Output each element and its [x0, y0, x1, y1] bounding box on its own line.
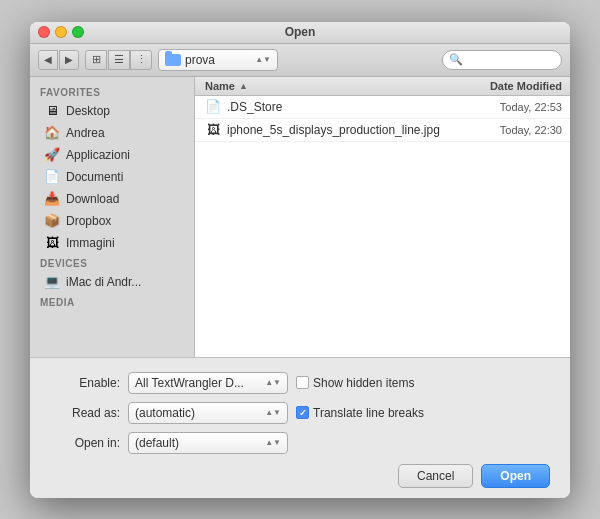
minimize-button[interactable]: [55, 26, 67, 38]
read-as-row: Read as: (automatic) ▲▼ Translate line b…: [50, 402, 550, 424]
sidebar-item-label: Applicazioni: [66, 148, 130, 162]
sidebar-item-desktop[interactable]: 🖥 Desktop: [34, 100, 190, 122]
folder-dropdown[interactable]: prova ▲▼: [158, 49, 278, 71]
file-name-label: iphone_5s_displays_production_line.jpg: [227, 123, 440, 137]
folder-name: prova: [185, 53, 251, 67]
folder-icon: [165, 54, 181, 66]
folder-selector: prova ▲▼: [158, 49, 436, 71]
table-row[interactable]: 🖼 iphone_5s_displays_production_line.jpg…: [195, 119, 570, 142]
sidebar-item-label: Desktop: [66, 104, 110, 118]
sidebar-item-documenti[interactable]: 📄 Documenti: [34, 166, 190, 188]
download-icon: 📥: [44, 191, 60, 207]
cancel-button[interactable]: Cancel: [398, 464, 473, 488]
show-hidden-checkbox[interactable]: [296, 376, 309, 389]
maximize-button[interactable]: [72, 26, 84, 38]
enable-value: All TextWrangler D...: [135, 376, 244, 390]
translate-checkbox-area[interactable]: Translate line breaks: [296, 406, 424, 420]
button-row: Cancel Open: [50, 464, 550, 488]
traffic-lights: [38, 26, 84, 38]
open-in-select[interactable]: (default) ▲▼: [128, 432, 288, 454]
toolbar: ◀ ▶ ⊞ ☰ ⋮ prova ▲▼ 🔍: [30, 44, 570, 77]
sidebar-item-label: Download: [66, 192, 119, 206]
translate-label: Translate line breaks: [313, 406, 424, 420]
dropbox-icon: 📦: [44, 213, 60, 229]
open-in-value: (default): [135, 436, 179, 450]
file-list-area: Name ▲ Date Modified 📄 .DS_Store Today, …: [195, 77, 570, 357]
view-list-button[interactable]: ☰: [108, 50, 130, 70]
images-icon: 🖼: [44, 235, 60, 251]
close-button[interactable]: [38, 26, 50, 38]
table-row[interactable]: 📄 .DS_Store Today, 22:53: [195, 96, 570, 119]
file-icon: 📄: [205, 99, 221, 115]
read-as-select-arrow: ▲▼: [265, 408, 281, 417]
bottom-panel: Enable: All TextWrangler D... ▲▼ Show hi…: [30, 357, 570, 498]
folder-dropdown-arrow: ▲▼: [255, 55, 271, 64]
sidebar: FAVORITES 🖥 Desktop 🏠 Andrea 🚀 Applicazi…: [30, 77, 195, 357]
home-icon: 🏠: [44, 125, 60, 141]
open-dialog: Open ◀ ▶ ⊞ ☰ ⋮ prova ▲▼ 🔍 FAVORITES: [30, 22, 570, 498]
enable-select[interactable]: All TextWrangler D... ▲▼: [128, 372, 288, 394]
col-date-header: Date Modified: [460, 80, 570, 92]
sidebar-item-applicazioni[interactable]: 🚀 Applicazioni: [34, 144, 190, 166]
sidebar-item-label: iMac di Andr...: [66, 275, 141, 289]
main-area: FAVORITES 🖥 Desktop 🏠 Andrea 🚀 Applicazi…: [30, 77, 570, 357]
window-title: Open: [285, 25, 316, 39]
desktop-icon: 🖥: [44, 103, 60, 119]
sidebar-item-immagini[interactable]: 🖼 Immagini: [34, 232, 190, 254]
view-col-button[interactable]: ⋮: [130, 50, 152, 70]
back-button[interactable]: ◀: [38, 50, 58, 70]
show-hidden-checkbox-area[interactable]: Show hidden items: [296, 376, 414, 390]
apps-icon: 🚀: [44, 147, 60, 163]
open-in-select-arrow: ▲▼: [265, 438, 281, 447]
sidebar-media-label: MEDIA: [30, 293, 194, 310]
titlebar: Open: [30, 22, 570, 44]
file-name-label: .DS_Store: [227, 100, 282, 114]
show-hidden-label: Show hidden items: [313, 376, 414, 390]
sidebar-item-label: Immagini: [66, 236, 115, 250]
jpg-icon: 🖼: [205, 122, 221, 138]
file-name-cell: 🖼 iphone_5s_displays_production_line.jpg: [195, 122, 460, 138]
open-button[interactable]: Open: [481, 464, 550, 488]
sidebar-favorites-label: FAVORITES: [30, 83, 194, 100]
read-as-select[interactable]: (automatic) ▲▼: [128, 402, 288, 424]
file-list-header: Name ▲ Date Modified: [195, 77, 570, 96]
open-in-row: Open in: (default) ▲▼: [50, 432, 550, 454]
translate-checkbox[interactable]: [296, 406, 309, 419]
sidebar-item-label: Documenti: [66, 170, 123, 184]
sidebar-item-label: Dropbox: [66, 214, 111, 228]
nav-buttons: ◀ ▶: [38, 50, 79, 70]
mac-icon: 💻: [44, 274, 60, 290]
enable-row: Enable: All TextWrangler D... ▲▼ Show hi…: [50, 372, 550, 394]
enable-label: Enable:: [50, 376, 120, 390]
file-name-cell: 📄 .DS_Store: [195, 99, 460, 115]
sort-arrow: ▲: [239, 81, 248, 91]
search-box[interactable]: 🔍: [442, 50, 562, 70]
search-icon: 🔍: [449, 53, 463, 66]
enable-select-arrow: ▲▼: [265, 378, 281, 387]
docs-icon: 📄: [44, 169, 60, 185]
sidebar-devices-label: DEVICES: [30, 254, 194, 271]
sidebar-item-label: Andrea: [66, 126, 105, 140]
sidebar-item-andrea[interactable]: 🏠 Andrea: [34, 122, 190, 144]
file-date-cell: Today, 22:30: [460, 124, 570, 136]
forward-button[interactable]: ▶: [59, 50, 79, 70]
view-icon-button[interactable]: ⊞: [85, 50, 107, 70]
sidebar-item-download[interactable]: 📥 Download: [34, 188, 190, 210]
sidebar-item-dropbox[interactable]: 📦 Dropbox: [34, 210, 190, 232]
read-as-label: Read as:: [50, 406, 120, 420]
read-as-value: (automatic): [135, 406, 195, 420]
sidebar-item-imac[interactable]: 💻 iMac di Andr...: [34, 271, 190, 293]
col-name-header: Name ▲: [195, 80, 460, 92]
view-buttons: ⊞ ☰ ⋮: [85, 50, 152, 70]
file-date-cell: Today, 22:53: [460, 101, 570, 113]
open-in-label: Open in:: [50, 436, 120, 450]
